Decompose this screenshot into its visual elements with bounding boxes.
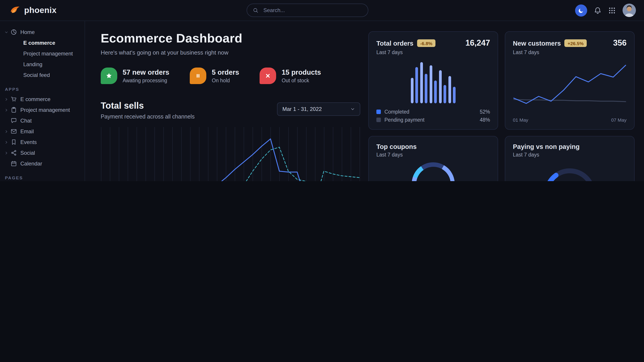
- x-icon: [260, 67, 276, 84]
- cart-icon: [11, 96, 17, 102]
- legend-value: 48%: [480, 117, 490, 122]
- legend-swatch: [376, 110, 381, 114]
- pie-chart-icon: [11, 29, 17, 35]
- user-avatar[interactable]: [622, 3, 636, 17]
- sidebar-item-e-commerce[interactable]: E commerce: [0, 94, 84, 105]
- sidebar-item-landing[interactable]: Landing: [0, 59, 84, 70]
- orders-bar-chart: [411, 62, 456, 103]
- star-icon: [101, 67, 117, 84]
- coupons-donut-chart: 72%: [412, 162, 455, 181]
- sidebar-item-calendar[interactable]: Calendar: [0, 158, 84, 169]
- order-bar: [444, 85, 446, 103]
- paying-gauge-chart: [540, 165, 599, 181]
- main-content: Ecommerce Dashboard Here's what's going …: [85, 21, 644, 181]
- order-bar: [439, 70, 442, 103]
- caret-right-icon: [4, 97, 8, 101]
- legend-label: Completed: [384, 109, 409, 114]
- caret: [4, 108, 11, 112]
- sidebar-item-email[interactable]: Email: [0, 126, 84, 137]
- axis-label: 01 May: [513, 117, 528, 122]
- page-title: Ecommerce Dashboard: [101, 31, 360, 46]
- legend-value: 52%: [480, 109, 490, 114]
- app: phoenix HomeE commerceProject management…: [0, 0, 644, 181]
- card-title: New customers: [513, 39, 561, 47]
- new-customers-x-axis: 01 May 07 May: [513, 117, 626, 122]
- caret: [4, 140, 11, 144]
- sidebar-item-label: Project management: [20, 107, 70, 113]
- pause-icon: [190, 67, 206, 84]
- stat-value: 15 products: [282, 68, 321, 76]
- card-value: 356: [613, 38, 626, 48]
- date-range-value: Mar 1 - 31, 2022: [282, 106, 322, 112]
- date-range-select[interactable]: Mar 1 - 31, 2022: [277, 102, 360, 116]
- card-title: Total orders: [376, 39, 413, 47]
- bell-icon: [594, 6, 602, 14]
- bookmark-icon: [11, 139, 17, 145]
- sidebar-item-social[interactable]: Social: [0, 148, 84, 158]
- dashboard-left-column: Ecommerce Dashboard Here's what's going …: [101, 31, 360, 181]
- change-badge: +26.5%: [564, 39, 587, 47]
- star-icon: [106, 72, 112, 79]
- sidebar-item-events[interactable]: Events: [0, 137, 84, 148]
- order-bar: [434, 81, 437, 103]
- order-bar: [448, 76, 451, 103]
- card-period: Last 7 days: [376, 152, 490, 157]
- search-icon: [253, 7, 258, 13]
- axis-label: 07 May: [611, 117, 626, 122]
- total-sells-subtitle: Payment received across all channels: [101, 114, 195, 120]
- sidebar-item-social-feed[interactable]: Social feed: [0, 70, 84, 80]
- sidebar-item-label: Events: [20, 139, 37, 145]
- sidebar-item-chat[interactable]: Chat: [0, 115, 84, 126]
- sidebar-item-label: E commerce: [20, 96, 50, 102]
- navbar-actions: [575, 3, 636, 17]
- stat-caption: On hold: [212, 78, 239, 83]
- order-bar: [430, 65, 432, 103]
- sidebar-nav: HomeE commerceProject managementLandingS…: [0, 27, 84, 181]
- orders-legend: Completed52%Pending payment48%: [376, 109, 490, 122]
- notifications-button[interactable]: [594, 6, 602, 14]
- global-search[interactable]: [246, 3, 368, 17]
- sidebar-item-label: Social: [20, 150, 35, 156]
- sidebar-section-apps: APPS: [5, 87, 84, 92]
- order-bar: [420, 62, 423, 103]
- pause-icon: [195, 72, 202, 79]
- chat-icon: [11, 118, 17, 124]
- sidebar-item-project-management[interactable]: Project management: [0, 48, 84, 59]
- moon-icon: [578, 7, 584, 13]
- paying-vs-nonpaying-card: Paying vs non paying Last 7 days Paying …: [505, 136, 634, 181]
- order-bar: [411, 78, 414, 103]
- apps-grid-button[interactable]: [608, 6, 616, 14]
- sidebar-item-label: Chat: [20, 118, 32, 124]
- top-coupons-card: Top coupons Last 7 days 72% Percentage d…: [368, 136, 498, 181]
- stat-caption: Out of stock: [282, 78, 321, 83]
- brand-name: phoenix: [24, 5, 56, 15]
- apps-grid-icon: [608, 6, 616, 14]
- change-badge: -6.8%: [417, 39, 436, 47]
- legend-row: Completed52%: [376, 109, 490, 114]
- card-title: Paying vs non paying: [513, 143, 580, 150]
- stat-on-hold: 5 ordersOn hold: [190, 67, 239, 84]
- brand[interactable]: phoenix: [9, 4, 56, 16]
- theme-toggle-button[interactable]: [575, 4, 587, 16]
- new-customers-line-chart: [513, 61, 626, 111]
- kpi-cards: Total orders -6.8% 16,247 Last 7 days Co…: [368, 31, 634, 181]
- caret: [4, 151, 11, 155]
- caret-right-icon: [4, 108, 8, 112]
- legend-row: Pending payment48%: [376, 117, 490, 122]
- sidebar-item-home[interactable]: Home: [0, 27, 84, 37]
- sidebar-item-e-commerce[interactable]: E commerce: [0, 37, 84, 48]
- sidebar: HomeE commerceProject managementLandingS…: [0, 21, 85, 181]
- card-period: Last 7 days: [376, 50, 490, 55]
- sidebar-item-project-management[interactable]: Project management: [0, 105, 84, 115]
- sidebar-item-label: Calendar: [20, 161, 42, 167]
- legend-label: Pending payment: [384, 117, 424, 122]
- card-period: Last 7 days: [513, 152, 626, 157]
- caret-right-icon: [4, 130, 8, 133]
- mail-icon: [11, 129, 17, 135]
- page-subtitle: Here's what's going on at your business …: [101, 49, 360, 56]
- search-input[interactable]: [262, 7, 362, 14]
- card-title: Top coupons: [376, 143, 417, 150]
- top-navbar: phoenix: [0, 0, 644, 21]
- sidebar-section-pages: PAGES: [5, 175, 84, 180]
- share-icon: [11, 150, 17, 156]
